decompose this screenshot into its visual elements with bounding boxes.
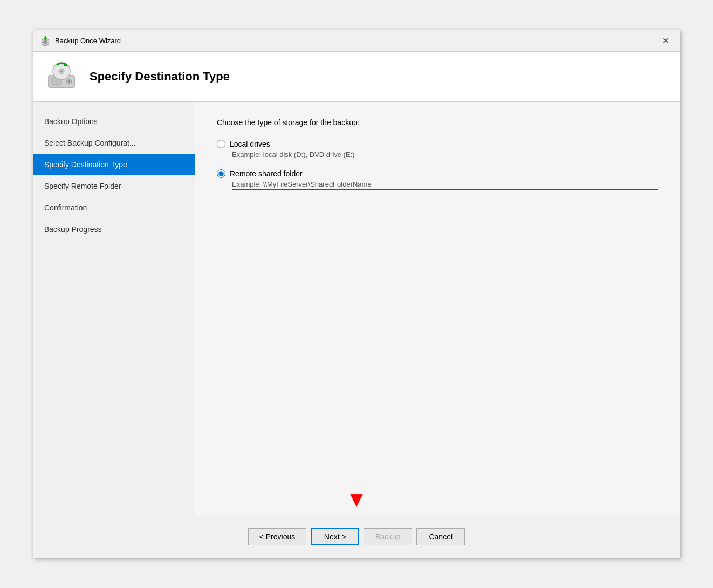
svg-point-5 — [68, 80, 70, 83]
label-remote-folder[interactable]: Remote shared folder — [230, 169, 303, 178]
wizard-window: Backup Once Wizard ✕ Specify Destination… — [33, 30, 680, 558]
main-panel: Choose the type of storage for the backu… — [195, 102, 680, 515]
sidebar-item-confirmation[interactable]: Confirmation — [33, 197, 195, 218]
label-local-drives[interactable]: Local drives — [230, 140, 270, 148]
example-local-drives: Example: local disk (D:), DVD drive (E:) — [232, 151, 658, 159]
down-arrow-indicator: ▼ — [346, 488, 367, 510]
example-remote-folder: Example: \\MyFileServer\SharedFolderName — [232, 180, 658, 190]
radio-remote-folder[interactable] — [217, 169, 225, 178]
svg-point-8 — [60, 70, 63, 72]
footer-area: ▼ < Previous Next > Backup Cancel — [33, 515, 680, 558]
title-bar-left: Backup Once Wizard — [40, 36, 121, 46]
page-title: Specify Destination Type — [90, 70, 230, 84]
title-bar: Backup Once Wizard ✕ — [33, 30, 680, 52]
close-button[interactable]: ✕ — [658, 33, 673, 49]
option-local-drives: Local drives Example: local disk (D:), D… — [217, 140, 658, 159]
window-icon — [40, 36, 51, 46]
instruction-text: Choose the type of storage for the backu… — [217, 118, 658, 127]
header-section: Specify Destination Type — [33, 52, 680, 102]
sidebar-item-specify-destination-type[interactable]: Specify Destination Type — [33, 154, 195, 175]
cancel-button[interactable]: Cancel — [416, 528, 465, 545]
option-local-drives-row: Local drives — [217, 140, 658, 148]
option-remote-folder-row: Remote shared folder — [217, 169, 658, 178]
previous-button[interactable]: < Previous — [248, 528, 307, 545]
header-icon — [46, 60, 79, 93]
content-area: Backup Options Select Backup Configurat.… — [33, 102, 680, 515]
sidebar: Backup Options Select Backup Configurat.… — [33, 102, 195, 515]
next-button[interactable]: Next > — [311, 528, 359, 545]
window-title: Backup Once Wizard — [55, 37, 121, 45]
option-group: Local drives Example: local disk (D:), D… — [217, 140, 658, 190]
backup-button[interactable]: Backup — [364, 528, 412, 545]
radio-local-drives[interactable] — [217, 140, 225, 148]
sidebar-item-select-backup-config[interactable]: Select Backup Configurat... — [33, 132, 195, 154]
sidebar-item-specify-remote-folder[interactable]: Specify Remote Folder — [33, 175, 195, 197]
sidebar-item-backup-progress[interactable]: Backup Progress — [33, 218, 195, 240]
sidebar-item-backup-options[interactable]: Backup Options — [33, 111, 195, 132]
option-remote-folder: Remote shared folder Example: \\MyFileSe… — [217, 169, 658, 190]
